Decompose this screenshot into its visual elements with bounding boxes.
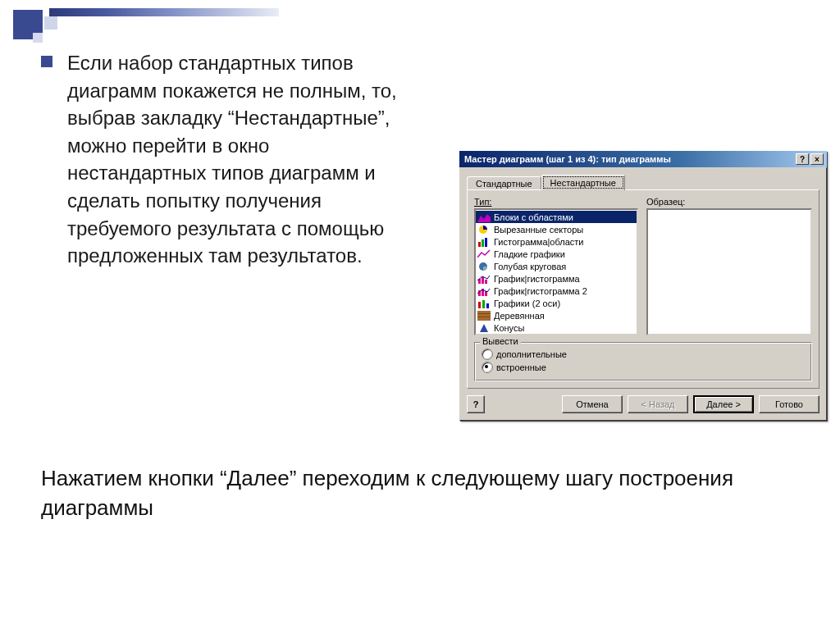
list-item[interactable]: Гистограмма|области — [476, 235, 637, 248]
tab-custom-label: Нестандартные — [550, 178, 616, 188]
list-item-label: График|гистограмма 2 — [494, 286, 587, 296]
chart-wizard-dialog: Мастер диаграмм (шаг 1 из 4): тип диагра… — [459, 151, 827, 421]
list-item[interactable]: График|гистограмма 2 — [476, 285, 637, 297]
button-label: < Назад — [641, 399, 675, 409]
list-item[interactable]: Деревянная — [476, 309, 637, 321]
log-icon — [477, 335, 491, 335]
pie-blue-icon — [477, 261, 491, 271]
dialog-button-bar: ? Отмена < Назад Далее > Готово — [467, 395, 819, 413]
list-item-label: Графики (2 оси) — [494, 299, 560, 308]
list-item[interactable]: Конусы — [476, 321, 637, 334]
list-item[interactable]: Голубая круговая — [476, 260, 637, 272]
back-button[interactable]: < Назад — [628, 395, 688, 413]
svg-rect-4 — [485, 238, 487, 247]
barline-icon — [477, 285, 491, 296]
slide-corner-decoration — [0, 0, 279, 49]
svg-rect-13 — [482, 300, 485, 308]
list-item-label: Вырезанные секторы — [494, 225, 583, 235]
groupbox-legend: Вывести — [480, 336, 521, 346]
svg-rect-14 — [486, 303, 489, 308]
tab-custom[interactable]: Нестандартные — [541, 175, 625, 190]
dialog-titlebar[interactable]: Мастер диаграмм (шаг 1 из 4): тип диагра… — [459, 151, 827, 167]
barline-icon — [477, 273, 491, 284]
next-button[interactable]: Далее > — [693, 395, 754, 413]
area3d-icon — [477, 212, 491, 222]
svg-rect-3 — [482, 239, 484, 247]
svg-rect-7 — [482, 277, 484, 284]
list-item[interactable]: Гладкие графики — [476, 248, 637, 260]
list-item-label: Блоки с областями — [494, 212, 573, 222]
titlebar-help-button[interactable]: ? — [796, 153, 809, 165]
svg-rect-8 — [485, 280, 487, 284]
help-icon: ? — [473, 399, 479, 409]
bullet-text: Если набор стандартных типов диаграмм по… — [67, 49, 404, 270]
bars2-icon — [477, 298, 491, 308]
output-groupbox: Вывести дополнительные встроенные — [474, 342, 812, 381]
radio-builtin[interactable]: встроенные — [482, 361, 805, 374]
bullet-square-icon — [41, 56, 52, 67]
line-icon — [477, 248, 491, 259]
wood-icon — [477, 310, 491, 321]
svg-marker-0 — [477, 214, 491, 222]
svg-marker-18 — [480, 324, 488, 332]
help-icon: ? — [800, 155, 805, 164]
list-item-label: Конусы — [494, 323, 524, 333]
list-item[interactable]: Блоки с областями — [476, 211, 637, 223]
slide-bottom-text: Нажатием кнопки “Далее” переходим к след… — [41, 463, 799, 523]
svg-rect-16 — [477, 313, 491, 314]
svg-rect-12 — [478, 302, 481, 308]
radio-icon — [482, 362, 493, 373]
radio-icon — [482, 349, 493, 360]
sample-column: Образец: — [646, 197, 812, 335]
svg-rect-17 — [477, 317, 491, 317]
dialog-client-area: Стандартные Нестандартные Тип: — [459, 167, 827, 421]
radio-additional[interactable]: дополнительные — [482, 348, 805, 361]
chart-type-listbox[interactable]: Блоки с областями Вырезанные секторы — [474, 208, 638, 335]
help-button[interactable]: ? — [467, 395, 485, 413]
type-label: Тип: — [474, 197, 638, 207]
list-item-label: График|гистограмма — [494, 274, 580, 284]
tab-strip: Стандартные Нестандартные — [467, 173, 819, 189]
sample-label: Образец: — [646, 197, 812, 207]
list-item[interactable]: График|гистограмма — [476, 272, 637, 285]
svg-rect-2 — [478, 242, 481, 247]
list-item-label: Голубая круговая — [494, 262, 566, 271]
list-item-label: Деревянная — [494, 311, 545, 321]
button-label: Готово — [775, 399, 803, 409]
dialog-title: Мастер диаграмм (шаг 1 из 4): тип диагра… — [463, 154, 794, 164]
list-item-label: Логарифмическая — [494, 335, 570, 336]
titlebar-close-button[interactable]: × — [810, 153, 824, 165]
close-icon: × — [815, 155, 819, 164]
cone-icon — [477, 322, 491, 333]
list-item-label: Гладкие графики — [494, 249, 565, 259]
list-item-label: Гистограмма|области — [494, 237, 584, 247]
finish-button[interactable]: Готово — [759, 395, 819, 413]
radio-label: дополнительные — [496, 349, 567, 359]
tab-standard-label: Стандартные — [476, 179, 532, 189]
svg-rect-15 — [477, 311, 491, 321]
pie-cut-icon — [477, 224, 491, 235]
button-label: Далее > — [706, 399, 741, 409]
button-label: Отмена — [576, 399, 608, 409]
tab-standard[interactable]: Стандартные — [467, 176, 541, 190]
radio-label: встроенные — [496, 362, 546, 372]
cancel-button[interactable]: Отмена — [562, 395, 623, 413]
list-item[interactable]: Вырезанные секторы — [476, 223, 637, 235]
list-item[interactable]: Графики (2 оси) — [476, 297, 637, 309]
bars-icon — [477, 236, 491, 247]
tab-panel: Тип: Блоки с областями — [467, 189, 819, 389]
type-column: Тип: Блоки с областями — [474, 197, 638, 335]
chart-preview — [646, 208, 812, 335]
list-item[interactable]: Логарифмическая — [476, 334, 637, 335]
